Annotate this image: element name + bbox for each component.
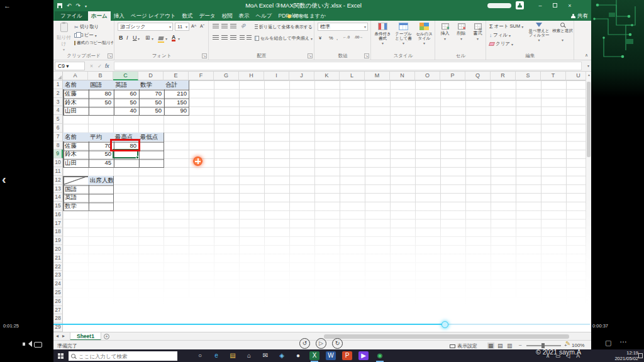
align-center-icon[interactable]	[221, 35, 228, 40]
cell-E2[interactable]: 210	[164, 89, 189, 98]
underline-button[interactable]: U	[133, 35, 137, 41]
column-header-O[interactable]: O	[415, 72, 440, 80]
ribbon-tab-ページ レイアウト[interactable]: ページ レイアウト	[128, 11, 179, 21]
paste-button[interactable]: 貼り付け ▾	[55, 22, 72, 51]
player-prev-chevron-icon[interactable]: ‹	[2, 172, 6, 187]
cell-C3[interactable]: 50	[113, 98, 138, 107]
column-header-D[interactable]: D	[138, 72, 164, 80]
vertical-scroll-thumb[interactable]	[587, 82, 591, 157]
vertical-scrollbar[interactable]: ▲	[586, 72, 591, 332]
fill-color-button[interactable]	[158, 36, 164, 43]
view-page-break-icon[interactable]: ▥	[507, 343, 513, 349]
cell-C1[interactable]: 英語	[113, 80, 138, 89]
qat-dropdown-icon[interactable]: ▾	[85, 4, 87, 8]
cell-A8[interactable]: 佐藤	[63, 141, 88, 150]
ribbon-tab-ヘルプ[interactable]: ヘルプ	[252, 11, 275, 21]
cell-B1[interactable]: 国語	[88, 80, 113, 89]
sort-filter-button[interactable]: 並べ替えとフィルター ▾	[527, 23, 551, 43]
borders-button[interactable]: ⊞	[145, 35, 150, 41]
column-header-Q[interactable]: Q	[465, 72, 491, 80]
row-header-14[interactable]: 14	[53, 193, 63, 202]
captions-icon[interactable]	[34, 342, 42, 348]
taskbar-app-excel-icon[interactable]: X	[309, 351, 319, 360]
taskbar-search[interactable]	[69, 351, 177, 361]
display-settings-button[interactable]: 表示設定	[450, 343, 477, 349]
sheet-nav-left-icon[interactable]: ◂	[56, 332, 58, 340]
cell-B7[interactable]: 平均	[88, 133, 113, 141]
font-size-select[interactable]: 11 ▾	[175, 23, 189, 31]
column-header-H[interactable]: H	[239, 72, 264, 80]
collapse-ribbon-icon[interactable]: ∧	[585, 53, 588, 58]
save-icon[interactable]	[57, 3, 62, 8]
column-header-R[interactable]: R	[491, 72, 516, 80]
italic-button[interactable]: I	[126, 35, 128, 41]
conditional-formatting-button[interactable]: 条件付き書式 ▾	[373, 23, 392, 52]
row-header-1[interactable]: 1	[53, 80, 63, 89]
taskbar-app-mail-icon[interactable]: ✉	[260, 351, 270, 360]
row-header-21[interactable]: 21	[53, 254, 63, 263]
action-center-icon[interactable]	[638, 353, 643, 358]
bold-button[interactable]: B	[119, 35, 123, 41]
fullscreen-icon[interactable]: ▢	[605, 339, 611, 347]
taskbar-app-folder-icon[interactable]: ▤	[228, 351, 238, 360]
align-top-icon[interactable]	[213, 24, 219, 29]
orientation-icon[interactable]: ab	[240, 22, 247, 28]
scroll-up-icon[interactable]: ▲	[586, 73, 591, 77]
comma-format-icon[interactable]: ,	[336, 35, 338, 41]
percent-format-icon[interactable]: %	[329, 35, 333, 41]
horizontal-scroll-thumb[interactable]	[324, 334, 569, 339]
row-header-22[interactable]: 22	[53, 263, 63, 272]
zoom-out-icon[interactable]: –	[519, 342, 521, 348]
underline-dropdown-icon[interactable]: ▾	[138, 36, 140, 41]
column-header-L[interactable]: L	[340, 72, 365, 80]
name-box[interactable]: C9 ▾	[55, 62, 85, 70]
taskbar-app-store-icon[interactable]: ⌂	[244, 351, 254, 360]
row-header-12[interactable]: 12	[53, 176, 63, 185]
ribbon-tab-校閲[interactable]: 校閲	[218, 11, 235, 21]
more-options-icon[interactable]: …	[619, 336, 628, 344]
cell-A3[interactable]: 鈴木	[63, 98, 88, 107]
undo-icon[interactable]: ↶	[67, 3, 72, 9]
column-header-M[interactable]: M	[365, 72, 390, 80]
column-header-E[interactable]: E	[164, 72, 189, 80]
insert-function-icon[interactable]: fx	[105, 62, 109, 70]
clear-button[interactable]: クリア ▾	[489, 41, 513, 47]
column-header-F[interactable]: F	[189, 72, 214, 80]
align-right-icon[interactable]	[230, 35, 236, 40]
cell-A2[interactable]: 佐藤	[63, 89, 88, 98]
cancel-formula-icon[interactable]: ×	[90, 62, 93, 70]
view-normal-icon[interactable]: ▦	[487, 343, 494, 349]
cell-B10[interactable]: 45	[88, 158, 113, 167]
row-header-2[interactable]: 2	[53, 89, 63, 98]
font-color-button[interactable]: A	[172, 35, 175, 41]
column-header-N[interactable]: N	[390, 72, 415, 80]
redo-icon[interactable]: ↷	[76, 3, 81, 9]
sheet-nav-right-icon[interactable]: ▸	[62, 332, 65, 340]
column-header-C[interactable]: C	[113, 72, 138, 80]
taskbar-clock[interactable]: 12:19 2021/05/02	[607, 350, 638, 361]
decrease-decimal-icon[interactable]: .00→	[354, 35, 363, 39]
forward-button[interactable]: ↻	[332, 338, 343, 349]
player-progress-handle[interactable]	[441, 321, 448, 328]
taskbar-app-word-icon[interactable]: W	[326, 351, 336, 360]
row-header-18[interactable]: 18	[53, 228, 63, 236]
cell-B2[interactable]: 80	[88, 89, 113, 98]
cell-B12[interactable]: 出席人数	[88, 176, 113, 185]
zoom-slider-handle[interactable]	[541, 343, 545, 348]
cell-C2[interactable]: 60	[113, 89, 138, 98]
insert-cells-button[interactable]: + 挿入 ▾	[437, 23, 453, 41]
cell-A15[interactable]: 数学	[63, 202, 88, 211]
cell-D1[interactable]: 数学	[138, 80, 164, 89]
decrease-indent-icon[interactable]	[240, 35, 245, 40]
cell-B8[interactable]: 70	[88, 141, 113, 150]
cell-A1[interactable]: 名前	[63, 80, 88, 89]
select-all-corner[interactable]	[53, 72, 63, 80]
row-header-5[interactable]: 5	[53, 115, 63, 124]
row-header-16[interactable]: 16	[53, 211, 63, 219]
column-header-B[interactable]: B	[88, 72, 113, 80]
row-header-3[interactable]: 3	[53, 98, 63, 107]
start-button[interactable]	[58, 353, 60, 356]
row-header-26[interactable]: 26	[53, 297, 63, 306]
formula-input[interactable]	[114, 62, 582, 70]
row-header-24[interactable]: 24	[53, 280, 63, 288]
